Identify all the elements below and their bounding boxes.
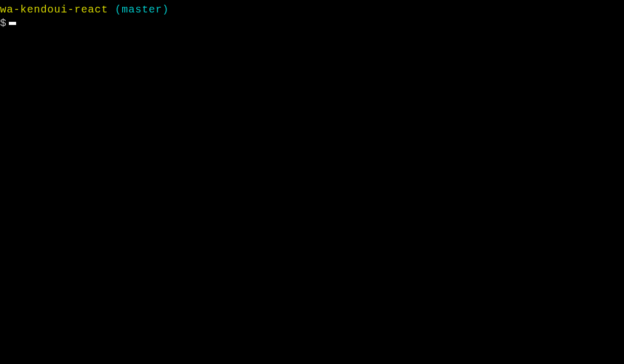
working-directory: wa-kendoui-react <box>0 4 115 16</box>
prompt-symbol: $ <box>0 17 7 29</box>
git-branch: (master) <box>115 4 169 16</box>
terminal-line-2[interactable]: $ <box>0 17 624 30</box>
cursor <box>9 22 16 25</box>
terminal-window[interactable]: wa-kendoui-react (master) $ <box>0 3 624 364</box>
terminal-line-1: wa-kendoui-react (master) <box>0 3 624 17</box>
